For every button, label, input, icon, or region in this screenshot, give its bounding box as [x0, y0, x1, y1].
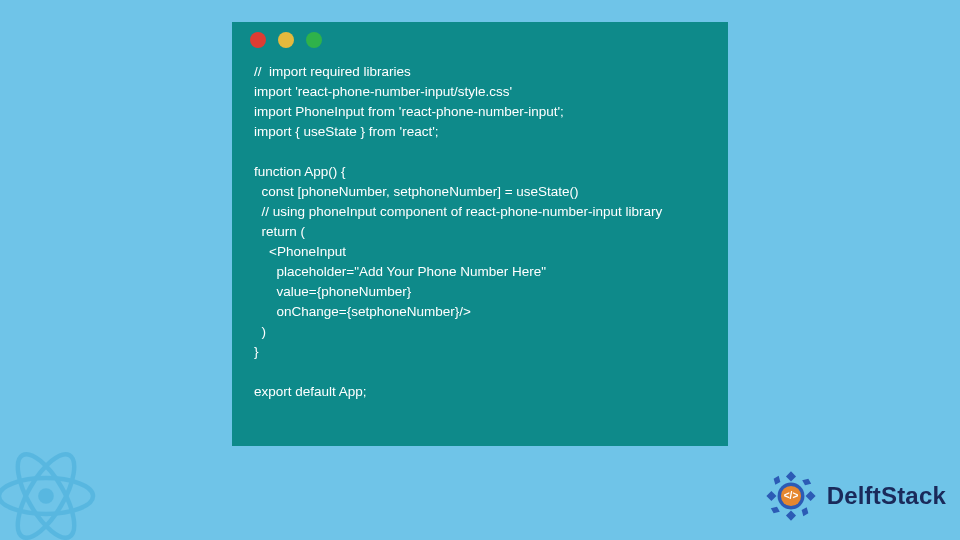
- window-close-dot: [250, 32, 266, 48]
- code-window: // import required libraries import 'rea…: [232, 22, 728, 446]
- brand: </> DelftStack: [763, 468, 946, 524]
- window-titlebar: [232, 22, 728, 58]
- code-line: onChange={setphoneNumber}/>: [254, 304, 471, 319]
- svg-marker-5: [786, 511, 796, 521]
- svg-marker-7: [805, 491, 815, 501]
- svg-point-3: [38, 488, 54, 504]
- code-line: // import required libraries: [254, 64, 411, 79]
- code-line: <PhoneInput: [254, 244, 346, 259]
- code-line: import { useState } from 'react';: [254, 124, 439, 139]
- code-line: export default App;: [254, 384, 367, 399]
- code-line: const [phoneNumber, setphoneNumber] = us…: [254, 184, 579, 199]
- svg-marker-4: [786, 471, 796, 481]
- code-line: function App() {: [254, 164, 346, 179]
- code-line: }: [254, 344, 259, 359]
- code-line: value={phoneNumber}: [254, 284, 411, 299]
- code-line: placeholder="Add Your Phone Number Here": [254, 264, 546, 279]
- brand-name: DelftStack: [827, 482, 946, 510]
- code-line: import 'react-phone-number-input/style.c…: [254, 84, 512, 99]
- code-line: // using phoneInput component of react-p…: [254, 204, 662, 219]
- code-line: ): [254, 324, 266, 339]
- window-zoom-dot: [306, 32, 322, 48]
- svg-marker-10: [773, 476, 780, 485]
- brand-logo-icon: </>: [763, 468, 819, 524]
- code-body: // import required libraries import 'rea…: [232, 58, 728, 410]
- svg-marker-8: [802, 479, 811, 486]
- code-line: import PhoneInput from 'react-phone-numb…: [254, 104, 564, 119]
- svg-marker-11: [801, 507, 808, 516]
- react-watermark-icon: [0, 440, 102, 540]
- code-line: return (: [254, 224, 305, 239]
- svg-text:</>: </>: [783, 490, 798, 501]
- svg-marker-9: [770, 507, 779, 514]
- svg-marker-6: [766, 491, 776, 501]
- window-minimize-dot: [278, 32, 294, 48]
